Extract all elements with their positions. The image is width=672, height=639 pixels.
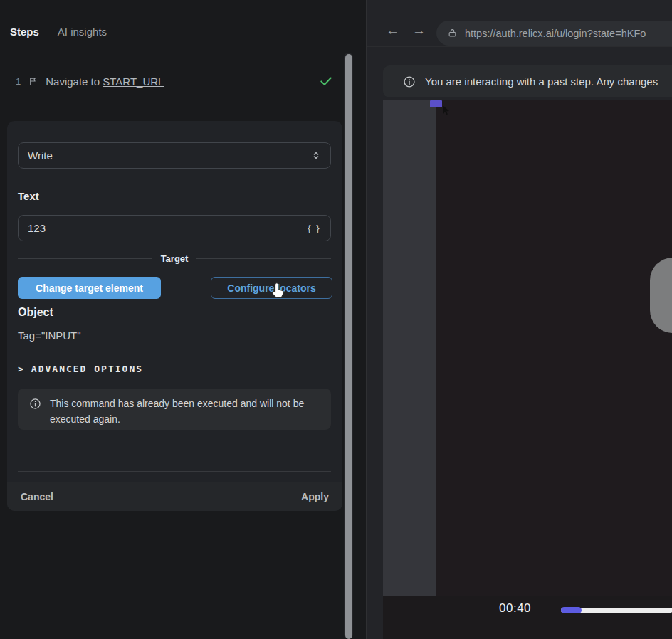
- advanced-options-label: ADVANCED OPTIONS: [31, 364, 143, 374]
- player-timestamp: 00:40: [499, 601, 531, 616]
- relicx-step-editor-window: Steps AI insights 1 Navigate to START_UR…: [0, 0, 672, 639]
- browser-replay-panel: ← → https://auth.relicx.ai/u/login?state…: [366, 0, 672, 639]
- lock-icon: [448, 28, 457, 38]
- floating-side-control[interactable]: [650, 258, 672, 333]
- steps-panel: Steps AI insights 1 Navigate to START_UR…: [0, 0, 366, 639]
- object-label: Object: [18, 306, 53, 319]
- command-select-value: Write: [28, 149, 53, 162]
- replay-page-body[interactable]: [436, 100, 672, 596]
- text-input[interactable]: 123: [19, 216, 298, 241]
- steps-scrollbar: [344, 53, 353, 639]
- text-field-label: Text: [18, 190, 39, 202]
- command-select[interactable]: Write: [18, 142, 331, 169]
- player-progress-bar[interactable]: [561, 608, 672, 613]
- object-value: Tag="INPUT": [18, 329, 81, 342]
- expand-chevron-icon: >: [18, 364, 25, 374]
- banner-message: You are interacting with a past step. An…: [425, 75, 658, 88]
- flag-icon: [28, 76, 38, 87]
- session-replay-region: 00:40: [383, 100, 672, 639]
- executed-info-box: This command has already been executed a…: [18, 389, 331, 430]
- tab-ai-insights[interactable]: AI insights: [58, 26, 107, 38]
- scrollbar-thumb[interactable]: [345, 54, 352, 639]
- replay-page-sidebar: [383, 100, 436, 596]
- replay-element-highlight: [430, 100, 442, 107]
- target-section-divider: Target: [18, 253, 331, 264]
- url-text: https://auth.relicx.ai/u/login?state=hKF…: [465, 28, 646, 39]
- past-step-banner: You are interacting with a past step. An…: [383, 65, 672, 97]
- browser-back-button[interactable]: ←: [386, 23, 399, 38]
- step-description: Navigate to START_URL: [46, 75, 164, 88]
- select-updown-chevron-icon: [311, 150, 321, 161]
- tab-steps[interactable]: Steps: [10, 26, 39, 38]
- info-message: This command has already been executed a…: [50, 396, 315, 430]
- browser-forward-button[interactable]: →: [412, 23, 426, 38]
- editor-footer: Cancel Apply: [7, 482, 342, 511]
- step-row[interactable]: 1 Navigate to START_URL: [16, 72, 332, 90]
- url-bar[interactable]: https://auth.relicx.ai/u/login?state=hKF…: [436, 21, 672, 46]
- info-icon: [403, 75, 416, 88]
- info-icon: [29, 396, 41, 430]
- player-progress-fill: [561, 607, 582, 613]
- hand-pointer-cursor-icon: [271, 282, 287, 299]
- panel-tabs: Steps AI insights: [0, 16, 366, 48]
- footer-divider: [18, 471, 331, 472]
- text-input-row: 123 { }: [18, 215, 331, 241]
- change-target-element-button[interactable]: Change target element: [18, 277, 161, 299]
- divider-line: [196, 258, 331, 259]
- cancel-button[interactable]: Cancel: [21, 491, 53, 502]
- step-number: 1: [16, 76, 21, 87]
- step-editor-card: Write Text 123 { } Target Change target …: [7, 121, 342, 511]
- apply-button[interactable]: Apply: [301, 491, 329, 502]
- browser-toolbar: ← → https://auth.relicx.ai/u/login?state…: [367, 16, 672, 47]
- divider-line: [18, 258, 152, 259]
- start-url-link[interactable]: START_URL: [103, 75, 164, 88]
- step-success-check-icon: [320, 76, 332, 86]
- advanced-options-toggle[interactable]: > ADVANCED OPTIONS: [18, 364, 143, 374]
- insert-variable-button[interactable]: { }: [298, 216, 330, 241]
- target-label: Target: [161, 253, 189, 264]
- replay-cursor-icon: [443, 105, 450, 113]
